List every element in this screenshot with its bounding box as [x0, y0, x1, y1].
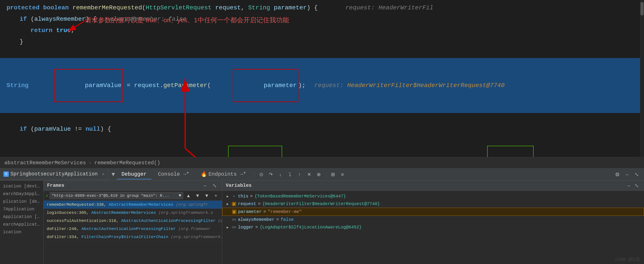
thread-up-button[interactable]: ▲ [184, 192, 192, 200]
scrollbar-thumb[interactable] [640, 2, 644, 15]
thread-dropdown-icon: ▼ [179, 193, 181, 198]
frames-settings-button[interactable]: ⤡ [211, 182, 218, 190]
tab-endpoints-label: Endpoints →* [208, 171, 246, 177]
frame-4-method: doFilter:240, [46, 226, 82, 231]
close-tab-button[interactable]: ✕ [102, 172, 104, 177]
var-this-eq: = [250, 194, 253, 199]
always-remember-var: alwaysRemember [34, 14, 86, 25]
getparameter-method: getParameter [164, 80, 208, 91]
step-over-button[interactable]: ↷ [267, 171, 275, 179]
var-this-badge: ≡ [232, 195, 236, 198]
frame-item-4[interactable]: doFilter:240, AbstractAuthenticationProc… [44, 225, 222, 233]
method-name: rememberMeRequested [72, 3, 142, 13]
kw-null: null [86, 124, 100, 135]
paren-open: ( [142, 3, 146, 13]
thread-down-button[interactable]: ▼ [194, 192, 202, 200]
thread-ok-icon: ✓ [46, 193, 48, 198]
frame-item-5[interactable]: doFilter:334, FilterChainProxy$VirtualFi… [44, 233, 222, 241]
brace2: ) { [100, 124, 111, 135]
breadcrumb-sep: › [88, 160, 92, 166]
var-request-badge: p [232, 202, 236, 206]
assign: = [123, 80, 134, 91]
paren-open2: ( [207, 80, 211, 91]
var-this-name: this [238, 194, 248, 199]
sidebar-item-7[interactable]: ication [0, 228, 43, 236]
kw-if: if [20, 14, 30, 25]
paramvalue-ref: paramValue [34, 124, 71, 135]
filter-icon[interactable]: ▼ [112, 171, 115, 178]
var-request[interactable]: ▶ p request = {HeaderWriterFilter$Header… [222, 200, 644, 208]
dot1: . [160, 80, 164, 91]
paramvalue-boxed: paramValue [54, 69, 123, 102]
sidebar-item-1[interactable]: ication [devtools] [0, 182, 43, 190]
step-into-button[interactable]: ↓ [276, 171, 284, 179]
endpoints-icon: 🔥 [201, 171, 207, 177]
tab-debugger[interactable]: Debugger [117, 170, 152, 179]
minimize-button[interactable]: – [623, 171, 631, 179]
annotation-chinese: 请求参数的值可以是 true、on、yes、1中任何一个都会开启记住我功能 [85, 16, 289, 25]
frame-item-2[interactable]: loginSuccess:305, AbstractRememberMeServ… [44, 209, 222, 217]
maximize-button[interactable]: ⤡ [633, 171, 640, 179]
settings-button[interactable]: ⚙ [614, 171, 621, 179]
var-request-expand-icon: ▶ [226, 202, 230, 206]
frame-1-pkg: (org.springfr [176, 202, 208, 207]
vars-pin-button[interactable]: – [625, 182, 633, 190]
left-panel: ication [devtools] earchDay3Application … [0, 181, 44, 264]
var-parameter[interactable]: p parameter = "remember-me" [222, 208, 644, 216]
app-icon: S [4, 172, 9, 177]
frames-panel: Frames – ⤡ ✓ "http-nio-8989-exec-3"@5,61… [44, 181, 222, 264]
debug-panel: S SpringbootsecurityApplication ✕ ▼ Debu… [0, 168, 644, 264]
layout-settings-button[interactable]: ≡ [338, 171, 346, 179]
var-logger-expand-icon: ▶ [226, 225, 230, 229]
step-out-button[interactable]: ↑ [296, 171, 304, 179]
tab-endpoints[interactable]: 🔥 Endpoints →* [196, 169, 251, 180]
evaluate-button[interactable]: ⊕ [315, 171, 323, 179]
vars-settings-button[interactable]: ⤡ [633, 182, 640, 190]
keyword-protected: protected [6, 3, 43, 13]
thread-add-button[interactable]: + [212, 192, 220, 200]
sidebar-item-2[interactable]: earchDay3Application [de [0, 190, 43, 198]
var-logger-name: logger [238, 225, 254, 230]
breadcrumb-bar: abstractRememberMeServices › rememberMeR… [0, 157, 644, 168]
variables-panel: Variables – ⤡ ▶ ≡ this = {TokenBasedReme… [222, 181, 644, 264]
op-ne: != [71, 124, 86, 135]
var-this-expand-icon: ▶ [226, 194, 230, 199]
box-paramvalue: paramValue [32, 58, 123, 112]
box-parameter: parameter [211, 58, 298, 112]
frames-pin-button[interactable]: – [201, 182, 209, 190]
frame-1-class: AbstractRememberMeServices [109, 202, 176, 207]
sidebar-item-6[interactable]: earchApplication [devtoo [0, 221, 43, 228]
show-execution-point-button[interactable]: ⊙ [257, 171, 265, 179]
semicolon: ; [71, 25, 74, 36]
var-always-remember[interactable]: oo alwaysRemember = false [222, 216, 644, 223]
run-to-cursor-button[interactable]: ✕ [305, 171, 313, 179]
frame-1-method: rememberMeRequested:338, [46, 202, 109, 207]
sidebar-item-5[interactable]: Application [devtools] [0, 213, 43, 221]
thread-filter-button[interactable]: ▼ [203, 192, 211, 200]
var-list: ▶ ≡ this = {TokenBasedRememberMeServices… [222, 191, 644, 264]
sidebar-item-4[interactable]: 7Application [0, 205, 43, 213]
breadcrumb-part1: abstractRememberMeServices [4, 160, 86, 166]
paramvalue-var: paramValue [85, 82, 122, 89]
frame-2-pkg: (org.springframework.s [158, 210, 213, 215]
frame-item-1[interactable]: rememberMeRequested:338, AbstractRemembe… [44, 201, 222, 209]
sep2 [326, 172, 326, 178]
sidebar-item-3[interactable]: plication [devtools] [0, 198, 43, 205]
scrollbar-gutter [640, 0, 644, 162]
tab-console[interactable]: Console →* [153, 170, 194, 179]
step-into-my-code-button[interactable]: ⤵ [286, 171, 294, 179]
thread-selector[interactable]: "http-nio-8989-exec-3"@5,619 in group "m… [50, 192, 183, 199]
frame-5-pkg: (org.springframework.s [171, 234, 222, 239]
var-this[interactable]: ▶ ≡ this = {TokenBasedRememberMeServices… [222, 192, 644, 200]
var-logger-val: {LogAdapter$Slf4jLocationAwareLog@6452} [260, 225, 362, 230]
frame-5-method: doFilter:334, [46, 234, 82, 239]
variables-title: Variables [226, 183, 625, 188]
frame-list: rememberMeRequested:338, AbstractRemembe… [44, 201, 222, 264]
var-parameter-val: "remember-me" [268, 209, 302, 214]
restore-layout-button[interactable]: ⊞ [329, 171, 337, 179]
paren-close: ) { [307, 3, 318, 13]
frame-item-3[interactable]: successfulAuthentication:318, AbstractAu… [44, 217, 222, 225]
var-logger[interactable]: ▶ oo logger = {LogAdapter$Slf4jLocationA… [222, 223, 644, 231]
kw-if2: if [20, 124, 30, 135]
breadcrumb-part2: rememberMeRequested() [94, 160, 160, 166]
